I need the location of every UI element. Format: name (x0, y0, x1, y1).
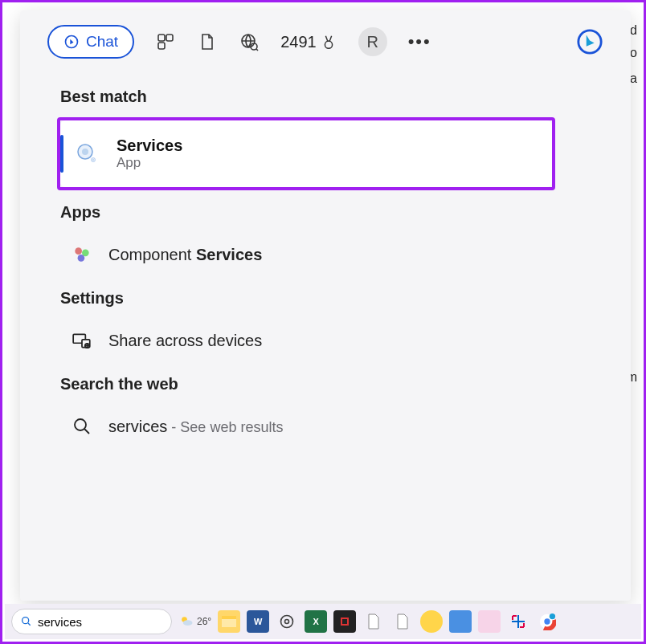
taskbar-app-pink-icon[interactable] (478, 610, 501, 633)
account-avatar[interactable]: R (358, 27, 387, 56)
more-menu-icon[interactable]: ••• (408, 31, 431, 52)
documents-tab-icon[interactable] (197, 31, 218, 52)
result-title: Services (117, 137, 182, 155)
svg-rect-1 (158, 35, 165, 41)
results-area: Best match Services App Apps (20, 67, 631, 448)
taskbar-document-icon[interactable] (362, 610, 385, 633)
svg-point-18 (75, 419, 86, 430)
settings-result-label: Share across devices (108, 332, 262, 350)
avatar-letter: R (366, 33, 378, 51)
svg-point-25 (281, 616, 293, 628)
apps-result-label: Component Services (108, 246, 262, 264)
svg-point-28 (544, 618, 550, 624)
search-input[interactable] (38, 615, 150, 629)
svg-point-24 (285, 620, 289, 624)
web-result-label: services - See web results (108, 418, 283, 436)
bing-icon[interactable] (576, 28, 603, 55)
bg-text: o (630, 46, 637, 60)
taskbar-snipping-icon[interactable] (507, 610, 529, 633)
taskbar: 26° W X (5, 604, 641, 639)
weather-temp: 26° (197, 616, 211, 627)
svg-point-19 (22, 618, 29, 624)
taskbar-search[interactable] (11, 609, 172, 634)
svg-rect-3 (158, 43, 165, 49)
result-subtitle: App (117, 155, 182, 171)
svg-point-14 (78, 255, 85, 262)
taskbar-excel-icon[interactable]: X (305, 610, 327, 633)
taskbar-weather[interactable]: 26° (178, 613, 211, 630)
search-icon (20, 615, 33, 628)
apps-result-component-services[interactable]: Component Services (60, 233, 603, 276)
svg-point-6 (325, 41, 332, 48)
best-match-result[interactable]: Services App (60, 120, 552, 187)
section-search-web: Search the web (60, 375, 603, 393)
rewards-points[interactable]: 2491 (280, 33, 337, 51)
bg-text: d (630, 23, 637, 38)
points-value: 2491 (280, 33, 317, 51)
taskbar-settings-icon[interactable] (276, 610, 298, 633)
share-devices-icon (72, 330, 92, 351)
services-app-icon (75, 141, 100, 167)
settings-result-share-devices[interactable]: Share across devices (60, 319, 603, 362)
apps-tab-icon[interactable] (155, 31, 176, 52)
search-panel: Chat 2491 R ••• Best match (20, 10, 631, 601)
chat-label: Chat (86, 33, 118, 51)
section-apps: Apps (60, 203, 603, 222)
taskbar-chrome-icon[interactable] (536, 610, 558, 633)
svg-point-29 (550, 613, 555, 619)
taskbar-word-icon[interactable]: W (247, 610, 269, 633)
annotation-highlight: Services App (57, 117, 555, 190)
selection-indicator (60, 135, 63, 173)
svg-point-9 (82, 149, 88, 155)
search-icon (72, 416, 92, 437)
svg-point-11 (92, 159, 94, 161)
bing-chat-icon (63, 34, 80, 50)
taskbar-app-blue-icon[interactable] (449, 610, 472, 633)
taskbar-document-icon[interactable] (391, 610, 414, 633)
chat-tab[interactable]: Chat (47, 25, 134, 59)
medal-icon (320, 33, 337, 51)
svg-point-12 (75, 247, 82, 255)
taskbar-app-icon[interactable] (333, 610, 356, 633)
component-services-icon (72, 244, 92, 265)
svg-rect-2 (166, 35, 173, 41)
section-best-match: Best match (60, 88, 603, 106)
weather-icon (178, 613, 194, 630)
web-tab-icon[interactable] (239, 31, 260, 52)
top-toolbar: Chat 2491 R ••• (20, 25, 631, 67)
web-result[interactable]: services - See web results (60, 405, 603, 448)
taskbar-app-yellow-icon[interactable] (420, 610, 443, 633)
svg-point-21 (183, 620, 193, 626)
taskbar-file-explorer-icon[interactable] (218, 610, 240, 633)
section-settings: Settings (60, 289, 603, 308)
svg-rect-23 (222, 619, 236, 627)
